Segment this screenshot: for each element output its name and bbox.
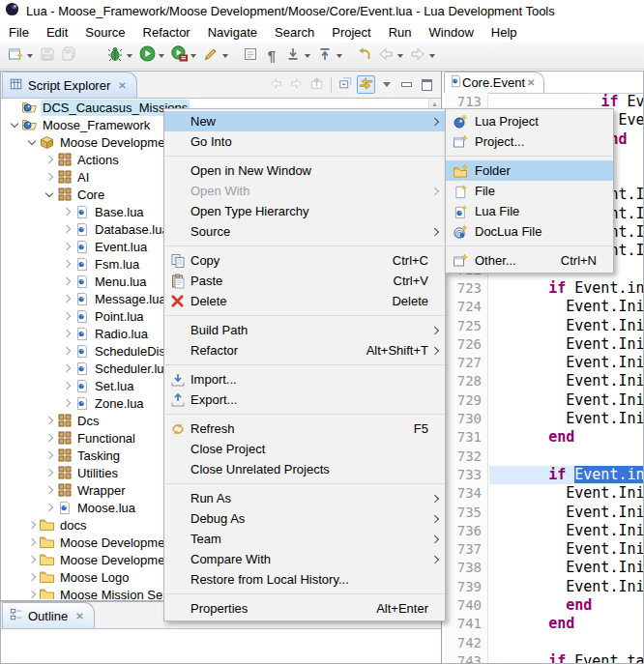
code-line[interactable]: 740 end — [442, 596, 643, 615]
maximize-button[interactable] — [418, 75, 436, 94]
last-edit-location-button[interactable] — [355, 46, 374, 66]
dropdown-arrow-icon[interactable] — [222, 54, 228, 58]
menu-item-close-unrelated-projects[interactable]: Close Unrelated Projects — [164, 459, 445, 479]
expand-chevron[interactable] — [60, 292, 73, 305]
code-line[interactable]: 738 Event.IniCategory = Event.IniObjectC… — [442, 559, 643, 577]
dropdown-arrow-icon[interactable] — [159, 54, 164, 58]
line-number[interactable]: 735 — [442, 504, 488, 522]
menu-item-debug-as[interactable]: Debug As — [164, 508, 445, 529]
menu-item-team[interactable]: Team — [164, 529, 445, 549]
code-line[interactable]: 743 if Event.target and Event.TgtObjectC… — [442, 652, 643, 663]
dropdown-arrow-icon[interactable] — [27, 54, 33, 58]
line-number[interactable]: 736 — [442, 522, 488, 540]
expand-chevron[interactable] — [60, 361, 73, 375]
menu-item-run-as[interactable]: Run As — [164, 488, 445, 508]
expand-chevron[interactable] — [60, 396, 73, 410]
menu-item-export[interactable]: Export... — [164, 390, 445, 410]
next-annotation-button[interactable] — [283, 46, 303, 66]
line-number[interactable]: 740 — [442, 596, 488, 615]
menu-item-go-into[interactable]: Go Into — [164, 131, 445, 152]
submenu-item-other[interactable]: Other...Ctrl+N — [446, 250, 613, 271]
expand-chevron[interactable] — [25, 553, 39, 566]
expand-chevron[interactable] — [43, 501, 56, 514]
new-wizard-button[interactable] — [6, 46, 25, 66]
menu-item-delete[interactable]: DeleteDelete — [164, 291, 445, 311]
expand-chevron[interactable] — [60, 205, 73, 218]
code-line[interactable]: 736 Event.IniUnitName = Event.IniDCSUnit… — [442, 522, 643, 540]
menu-item-copy[interactable]: CopyCtrl+C — [164, 250, 445, 271]
show-whitespace-button[interactable]: ¶ — [262, 46, 281, 66]
menubar-item-help[interactable]: Help — [483, 22, 526, 43]
menu-item-open-type-hierarchy[interactable]: Open Type Hierarchy — [164, 201, 445, 221]
line-number[interactable]: 728 — [442, 372, 488, 390]
menubar-item-file[interactable]: File — [0, 22, 38, 43]
expand-chevron[interactable] — [60, 257, 73, 271]
tab-core-event[interactable]: Core.Event ✕ — [444, 72, 544, 93]
menubar-item-source[interactable]: Source — [76, 22, 133, 43]
code-line[interactable]: 724 Event.IniDCSUnit = Event.initiator — [442, 298, 643, 316]
dropdown-arrow-icon[interactable] — [305, 54, 310, 58]
expand-chevron[interactable] — [60, 274, 73, 288]
menu-item-paste[interactable]: PasteCtrl+V — [164, 271, 445, 291]
view-up-button[interactable] — [307, 75, 326, 94]
menubar-item-navigate[interactable]: Navigate — [199, 22, 266, 43]
line-number[interactable]: 743 — [442, 652, 488, 663]
expand-chevron[interactable] — [60, 309, 73, 323]
expand-chevron[interactable] — [60, 240, 73, 253]
code-line[interactable]: 734 Event.IniDCSUnit = Event.initiator — [442, 484, 643, 503]
code-line[interactable]: 735 Event.IniDCSUnitName = Event.IniDCSU… — [442, 504, 643, 522]
expand-chevron[interactable] — [60, 327, 73, 340]
dropdown-arrow-icon[interactable] — [397, 54, 403, 58]
code-line[interactable]: 732 — [442, 447, 643, 466]
menu-item-properties[interactable]: PropertiesAlt+Enter — [164, 598, 445, 619]
expand-chevron[interactable] — [43, 170, 56, 184]
menu-item-compare-with[interactable]: Compare With — [164, 549, 445, 569]
forward-button[interactable] — [408, 46, 427, 66]
run-button[interactable] — [137, 46, 157, 66]
menu-item-new[interactable]: New — [164, 111, 445, 131]
submenu-item-project[interactable]: Project... — [446, 131, 613, 152]
submenu-item-lua-project[interactable]: Lua Project — [446, 111, 613, 131]
code-line[interactable]: 742 — [442, 634, 643, 652]
code-line[interactable]: 733 if Event.initiator and Event.IniObje… — [442, 466, 643, 484]
link-with-editor-button[interactable] — [357, 75, 375, 94]
dropdown-arrow-icon[interactable] — [429, 54, 435, 58]
menubar-item-run[interactable]: Run — [380, 22, 421, 43]
collapse-all-button[interactable] — [337, 75, 355, 94]
debug-button[interactable] — [105, 46, 125, 66]
expand-chevron[interactable] — [43, 414, 56, 427]
menu-item-refactor[interactable]: RefactorAlt+Shift+T — [164, 340, 445, 361]
submenu-item-lua-file[interactable]: Lua File — [446, 201, 613, 221]
menu-item-build-path[interactable]: Build Path — [164, 320, 445, 340]
line-number[interactable]: 742 — [442, 634, 488, 652]
scroll-up-icon[interactable]: ▲ — [430, 101, 439, 107]
expand-chevron[interactable] — [25, 570, 39, 584]
code-line[interactable]: 728 Event.IniDCSGroup = Event.IniDCSUnit… — [442, 372, 643, 390]
menu-item-source[interactable]: Source — [164, 221, 445, 242]
menubar-item-project[interactable]: Project — [323, 22, 379, 43]
line-number[interactable]: 730 — [442, 410, 488, 428]
submenu-item-file[interactable]: File — [446, 181, 613, 201]
expand-chevron[interactable] — [43, 188, 56, 201]
line-number[interactable]: 732 — [442, 447, 488, 466]
external-tools-button[interactable] — [201, 46, 220, 66]
code-line[interactable]: 729 Event.IniGroupName = Event.IniDCSGro… — [442, 391, 643, 410]
expand-chevron[interactable] — [43, 431, 56, 445]
line-number[interactable]: 726 — [442, 335, 488, 354]
close-icon[interactable]: ✕ — [73, 611, 85, 621]
line-number[interactable]: 738 — [442, 559, 488, 577]
line-number[interactable]: 729 — [442, 391, 488, 410]
expand-chevron[interactable] — [8, 118, 21, 131]
menu-item-import[interactable]: Import... — [164, 369, 445, 390]
expand-chevron[interactable] — [43, 483, 56, 497]
menu-item-close-project[interactable]: Close Project — [164, 439, 445, 459]
menubar-item-edit[interactable]: Edit — [38, 22, 76, 43]
code-line[interactable]: 739 Event.IniTypeName = Event.IniDCSUnit… — [442, 578, 643, 596]
code-line[interactable]: 727 Event.IniUnit = UNIT:FindByName( Eve… — [442, 354, 643, 372]
menubar-item-window[interactable]: Window — [421, 22, 483, 43]
menubar-item-refactor[interactable]: Refactor — [134, 22, 199, 43]
code-line[interactable]: 731 end — [442, 428, 643, 447]
menu-item-open-with[interactable]: Open With — [164, 181, 445, 201]
tab-script-explorer[interactable]: Script Explorer ✕ — [2, 72, 137, 98]
code-line[interactable]: 723 if Event.initiator and Event.IniObje… — [442, 279, 643, 298]
